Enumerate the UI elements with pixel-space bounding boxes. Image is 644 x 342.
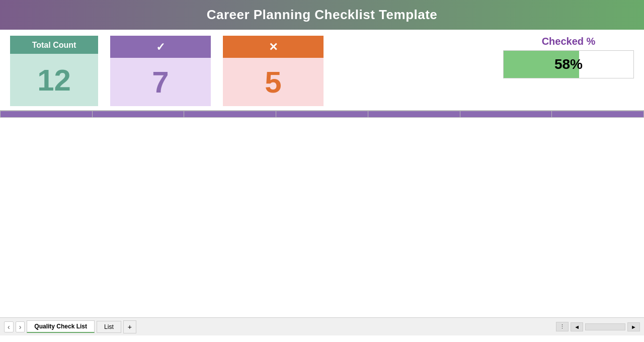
page-header: Career Planning Checklist Template <box>0 0 644 30</box>
unchecked-icon: ✕ <box>223 36 324 58</box>
scroll-left[interactable]: ◄ <box>571 322 583 331</box>
col-item <box>92 111 184 118</box>
scroll-bar-area: ⋮ ◄ ► <box>556 322 640 331</box>
table-container <box>0 110 644 317</box>
pct-label: Checked % <box>503 36 634 50</box>
col-deadline <box>368 111 460 118</box>
page-title: Career Planning Checklist Template <box>0 7 644 23</box>
total-count-value: 12 <box>10 54 98 106</box>
checklist-table <box>0 111 644 118</box>
bottom-bar: ‹ › Quality Check List List + ⋮ ◄ ► <box>0 317 644 335</box>
scroll-track[interactable] <box>585 323 625 330</box>
checked-icon: ✓ <box>110 36 211 58</box>
tab-quality-check-list[interactable]: Quality Check List <box>27 320 95 333</box>
col-serial <box>1 111 93 118</box>
nav-next[interactable]: › <box>16 321 25 332</box>
checked-value: 7 <box>110 58 211 106</box>
percentage-card: Checked % 58% <box>336 36 634 78</box>
checked-card: ✓ 7 <box>110 36 211 106</box>
table-header <box>1 111 644 118</box>
total-count-card: Total Count 12 <box>10 36 98 106</box>
col-person <box>276 111 368 118</box>
col-description <box>184 111 276 118</box>
unchecked-card: ✕ 5 <box>223 36 324 106</box>
tab-add[interactable]: + <box>123 320 136 333</box>
col-status <box>552 111 644 118</box>
pct-bar-value: 58% <box>504 51 633 78</box>
nav-prev[interactable]: ‹ <box>4 321 14 332</box>
pct-bar: 58% <box>503 50 634 78</box>
scroll-right[interactable]: ► <box>627 322 640 331</box>
header-row <box>1 111 644 118</box>
total-count-label: Total Count <box>10 36 98 54</box>
tab-list[interactable]: List <box>97 321 121 333</box>
scroll-menu[interactable]: ⋮ <box>556 322 569 331</box>
unchecked-value: 5 <box>223 58 324 106</box>
summary-section: Total Count 12 ✓ 7 ✕ 5 Checked % 58% <box>0 30 644 110</box>
col-remarks <box>460 111 552 118</box>
